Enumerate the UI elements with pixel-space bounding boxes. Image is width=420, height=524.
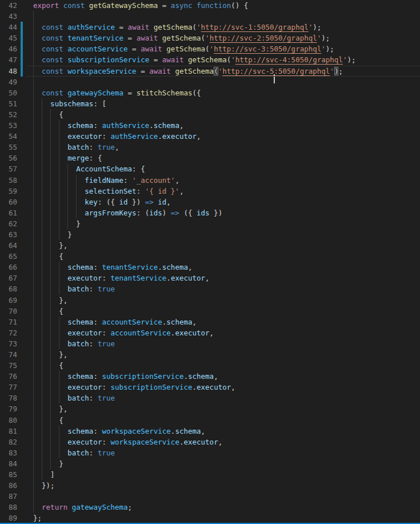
line-number[interactable]: 53 — [0, 120, 17, 131]
code-line-content[interactable]: } — [33, 218, 420, 229]
code-line-content[interactable]: schema: authService.schema, — [33, 120, 420, 131]
line-number[interactable]: 75 — [0, 360, 17, 371]
code-line-content[interactable]: AccountSchema: { — [33, 163, 420, 174]
code-line-content[interactable]: ] — [33, 469, 420, 480]
code-line-content[interactable]: selectionSet: '{ id }', — [33, 186, 420, 197]
code-line-content[interactable]: } — [33, 458, 420, 469]
line-number[interactable]: 63 — [0, 229, 17, 240]
modified-lines-indicator[interactable] — [21, 33, 23, 43]
line-number[interactable]: 56 — [0, 153, 17, 163]
line-number[interactable]: 44 — [0, 22, 17, 33]
code-line-content[interactable]: schema: workspaceService.schema, — [33, 426, 420, 437]
code-line-content[interactable]: batch: true, — [33, 142, 420, 153]
line-number[interactable]: 64 — [0, 240, 17, 251]
line-number[interactable]: 55 — [0, 142, 17, 153]
modified-lines-indicator[interactable] — [21, 66, 23, 77]
code-line-content[interactable]: executor: workspaceService.executor, — [33, 437, 420, 447]
line-number[interactable]: 79 — [0, 403, 17, 414]
line-number[interactable]: 87 — [0, 491, 17, 502]
line-number[interactable]: 46 — [0, 43, 17, 54]
line-number[interactable]: 50 — [0, 87, 17, 98]
code-line-content[interactable]: batch: true — [33, 283, 420, 294]
code-line-content[interactable]: executor: accountService.executor, — [33, 327, 420, 338]
code-line-content[interactable]: schema: subscriptionService.schema, — [33, 371, 420, 382]
code-line-content[interactable]: return gatewaySchema; — [33, 502, 420, 513]
line-number[interactable]: 84 — [0, 458, 17, 469]
code-line-content[interactable] — [33, 491, 420, 502]
line-number[interactable]: 51 — [0, 98, 17, 109]
line-number[interactable]: 80 — [0, 415, 17, 426]
line-number[interactable]: 70 — [0, 306, 17, 317]
line-number[interactable]: 83 — [0, 447, 17, 458]
line-number[interactable]: 67 — [0, 273, 17, 283]
line-number[interactable]: 45 — [0, 33, 17, 43]
modified-lines-indicator[interactable] — [21, 54, 23, 65]
line-number[interactable]: 54 — [0, 131, 17, 142]
code-line-content[interactable]: { — [33, 109, 420, 120]
line-number[interactable]: 88 — [0, 502, 17, 513]
code-line-content[interactable]: argsFromKeys: (ids) => ({ ids }) — [33, 207, 420, 218]
line-number[interactable]: 52 — [0, 109, 17, 120]
line-number[interactable]: 62 — [0, 218, 17, 229]
line-number[interactable]: 58 — [0, 175, 17, 186]
line-number[interactable]: 82 — [0, 437, 17, 447]
line-number[interactable]: 73 — [0, 338, 17, 349]
line-number[interactable]: 43 — [0, 11, 17, 22]
line-number[interactable]: 66 — [0, 262, 17, 273]
code-line-content[interactable] — [33, 77, 420, 87]
code-token — [33, 67, 42, 75]
line-number[interactable]: 49 — [0, 77, 17, 87]
line-number[interactable]: 76 — [0, 371, 17, 382]
code-line-content[interactable]: }); — [33, 480, 420, 491]
code-line-content[interactable]: const workspaceService = await getSchema… — [33, 66, 420, 77]
code-line-content[interactable]: { — [33, 306, 420, 317]
line-number[interactable]: 48 — [0, 66, 17, 77]
code-line-content[interactable]: }, — [33, 295, 420, 306]
line-number[interactable]: 65 — [0, 251, 17, 262]
line-number[interactable]: 57 — [0, 163, 17, 174]
code-line-content[interactable]: { — [33, 360, 420, 371]
line-number[interactable]: 77 — [0, 382, 17, 393]
code-line-content[interactable]: const subscriptionService = await getSch… — [33, 54, 420, 65]
code-line-content[interactable]: export const getGatewaySchema = async fu… — [33, 0, 420, 11]
code-line-content[interactable]: const accountService = await getSchema('… — [33, 43, 420, 54]
code-line-content[interactable] — [33, 11, 420, 22]
code-line-content[interactable]: const authService = await getSchema('htt… — [33, 22, 420, 33]
code-line-content[interactable]: schema: tenantService.schema, — [33, 262, 420, 273]
code-line-content[interactable]: schema: accountService.schema, — [33, 317, 420, 327]
code-line-content[interactable]: executor: tenantService.executor, — [33, 273, 420, 283]
line-number[interactable]: 68 — [0, 283, 17, 294]
code-line-content[interactable]: { — [33, 415, 420, 426]
line-number[interactable]: 69 — [0, 295, 17, 306]
code-line-content[interactable]: executor: subscriptionService.executor, — [33, 382, 420, 393]
code-line-content[interactable]: { — [33, 251, 420, 262]
code-line-content[interactable]: batch: true — [33, 393, 420, 403]
code-line-content[interactable]: fieldName: '_account', — [33, 175, 420, 186]
line-number[interactable]: 59 — [0, 186, 17, 197]
code-line-content[interactable]: } — [33, 229, 420, 240]
code-line-content[interactable]: }, — [33, 403, 420, 414]
line-number[interactable]: 78 — [0, 393, 17, 403]
code-line-content[interactable]: executor: authService.executor, — [33, 131, 420, 142]
line-number[interactable]: 60 — [0, 197, 17, 207]
code-line-content[interactable]: key: ({ id }) => id, — [33, 197, 420, 207]
code-line-content[interactable]: }, — [33, 240, 420, 251]
line-number[interactable]: 72 — [0, 327, 17, 338]
line-number[interactable]: 47 — [0, 54, 17, 65]
line-number[interactable]: 74 — [0, 349, 17, 360]
line-number[interactable]: 85 — [0, 469, 17, 480]
line-number[interactable]: 61 — [0, 207, 17, 218]
code-line-content[interactable]: const tenantService = await getSchema('h… — [33, 33, 420, 43]
modified-lines-indicator[interactable] — [21, 43, 23, 54]
code-line-content[interactable]: merge: { — [33, 153, 420, 163]
code-line-content[interactable]: const gatewaySchema = stitchSchemas({ — [33, 87, 420, 98]
code-line-content[interactable]: }, — [33, 349, 420, 360]
code-line-content[interactable]: subschemas: [ — [33, 98, 420, 109]
code-line-content[interactable]: batch: true — [33, 338, 420, 349]
line-number[interactable]: 71 — [0, 317, 17, 327]
modified-lines-indicator[interactable] — [21, 22, 23, 33]
line-number[interactable]: 86 — [0, 480, 17, 491]
line-number[interactable]: 81 — [0, 426, 17, 437]
code-line-content[interactable]: batch: true — [33, 447, 420, 458]
line-number[interactable]: 42 — [0, 0, 17, 11]
